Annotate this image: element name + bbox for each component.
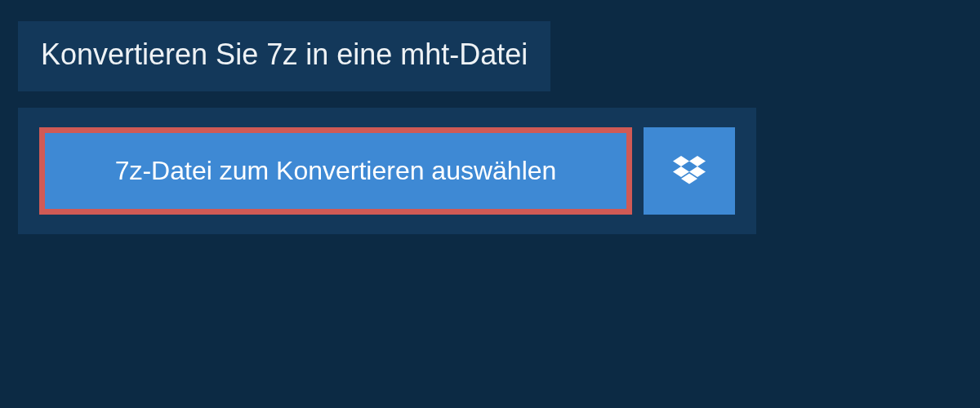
dropbox-icon — [673, 156, 706, 187]
dropbox-button[interactable] — [644, 127, 735, 215]
page-title: Konvertieren Sie 7z in eine mht-Datei — [41, 38, 528, 72]
select-file-label: 7z-Datei zum Konvertieren auswählen — [115, 156, 557, 186]
action-area: 7z-Datei zum Konvertieren auswählen — [18, 108, 756, 234]
title-bar: Konvertieren Sie 7z in eine mht-Datei — [18, 21, 550, 91]
select-file-button[interactable]: 7z-Datei zum Konvertieren auswählen — [39, 127, 632, 215]
